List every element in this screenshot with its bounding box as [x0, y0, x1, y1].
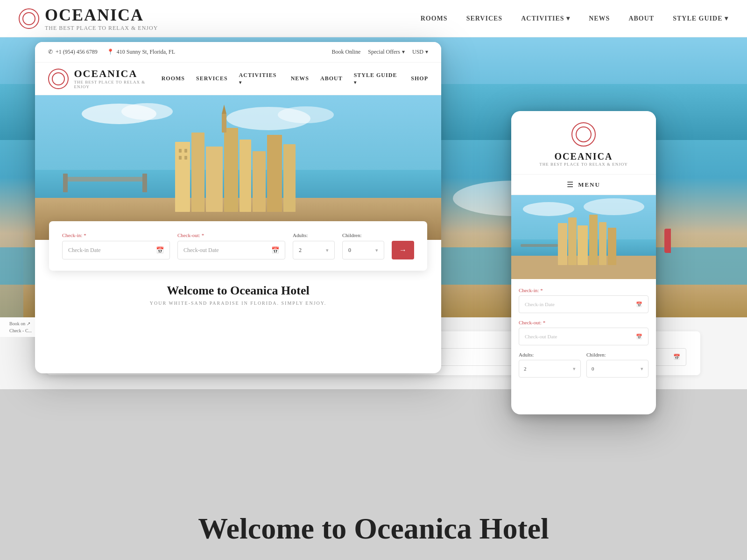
mobile-booking-form: Check-in: * Check-in Date 📅 Check-out: *…	[511, 279, 656, 386]
special-offers-dropdown[interactable]: Special Offers ▾	[368, 49, 405, 56]
logo-inner-circle	[52, 72, 65, 85]
svg-point-16	[121, 103, 173, 120]
logo-text: OCEANICA THE BEST PLACE TO RELAX & ENJOY	[74, 68, 162, 89]
mobile-adults-field: Adults: 2 ▾	[519, 352, 581, 378]
checkin-required: *	[84, 232, 86, 238]
mobile-adults-value: 2	[524, 366, 527, 371]
phone-number: +1 (954) 456 6789	[56, 49, 98, 56]
welcome-title: Welcome to Oceanica Hotel	[48, 284, 428, 298]
svg-rect-30	[267, 135, 282, 212]
checkin-calendar-icon: 📅	[156, 246, 164, 254]
special-offers-label: Special Offers	[368, 49, 400, 56]
svg-point-18	[278, 106, 334, 123]
children-field: Children: 0 ▾	[342, 232, 384, 259]
svg-rect-21	[63, 177, 147, 182]
svg-rect-24	[175, 142, 190, 212]
search-arrow-icon: →	[399, 246, 407, 254]
desktop-booking-form: Check-in: * Check-in Date 📅 Check-out: *…	[49, 221, 427, 271]
desktop-nav: OCEANICA THE BEST PLACE TO RELAX & ENJOY…	[35, 63, 441, 95]
nav-style-guide[interactable]: STYLE GUIDE	[354, 72, 400, 86]
bg-nav-services: SERVICES	[466, 15, 503, 22]
checkin-input[interactable]: Check-in Date 📅	[62, 241, 170, 259]
mobile-children-select[interactable]: 0 ▾	[586, 360, 648, 378]
mobile-brand-name: OCEANICA	[521, 151, 647, 162]
children-select[interactable]: 0 ▾	[342, 241, 384, 259]
nav-rooms[interactable]: ROOMS	[162, 75, 185, 82]
currency-label: USD	[412, 49, 423, 56]
bg-nav-about: ABOUT	[628, 15, 654, 22]
children-value: 0	[348, 247, 351, 254]
mobile-checkin-calendar-icon: 📅	[636, 301, 642, 308]
svg-rect-26	[206, 147, 223, 212]
nav-services[interactable]: SERVICES	[196, 75, 228, 82]
mobile-children-field: Children: 0 ▾	[586, 352, 648, 378]
svg-rect-48	[608, 228, 616, 265]
mobile-checkin-required: *	[540, 287, 543, 293]
adults-label: Adults:	[293, 232, 335, 238]
nav-activities[interactable]: ACTIVITIES	[239, 72, 280, 86]
mobile-checkin-label: Check-in: *	[519, 287, 648, 293]
svg-rect-37	[184, 156, 187, 160]
mobile-children-value: 0	[592, 366, 594, 371]
svg-rect-28	[240, 140, 251, 212]
svg-rect-45	[578, 225, 588, 265]
mobile-menu-label[interactable]: MENU	[578, 181, 600, 189]
phone-icon: ✆	[48, 49, 53, 56]
bg-brand-tagline: THE BEST PLACE TO RELAX & ENJOY	[45, 25, 158, 32]
svg-rect-27	[224, 128, 238, 212]
book-online-link[interactable]: Book Online	[332, 49, 361, 56]
checkout-input[interactable]: Check-out Date 📅	[177, 241, 285, 259]
checkin-label: Check-in: *	[62, 232, 170, 238]
adults-field: Adults: 2 ▾	[293, 232, 335, 259]
currency-chevron: ▾	[425, 49, 428, 56]
mobile-checkin-placeholder: Check-in Date	[525, 301, 555, 307]
location-icon: 📍	[107, 49, 114, 56]
hamburger-icon: ☰	[567, 180, 573, 189]
mobile-adults-chevron: ▾	[573, 366, 576, 372]
children-label: Children:	[342, 232, 384, 238]
checkin-field: Check-in: * Check-in Date 📅	[62, 232, 170, 259]
svg-rect-44	[568, 217, 577, 265]
svg-rect-34	[179, 149, 182, 153]
mobile-checkin-input[interactable]: Check-in Date 📅	[519, 295, 648, 313]
nav-shop[interactable]: SHOP	[411, 75, 428, 82]
svg-point-39	[523, 202, 574, 216]
checkout-field: Check-out: * Check-out Date 📅	[177, 232, 285, 259]
page-bottom-section: Welcome to Oceanica Hotel	[0, 511, 747, 546]
mobile-checkout-input[interactable]: Check-out Date 📅	[519, 328, 648, 345]
svg-rect-36	[179, 156, 182, 160]
checkout-required: *	[202, 232, 204, 238]
bg-left-overlay: Book on ↗ Check - C...	[0, 317, 41, 337]
mobile-adults-select[interactable]: 2 ▾	[519, 360, 581, 378]
brand-tagline: THE BEST PLACE TO RELAX & ENJOY	[74, 80, 162, 89]
adults-select[interactable]: 2 ▾	[293, 241, 335, 259]
svg-rect-43	[558, 223, 567, 265]
nav-news[interactable]: NEWS	[291, 75, 309, 82]
desktop-hero-image	[35, 95, 441, 240]
desktop-hero-svg	[35, 95, 441, 240]
brand-name: OCEANICA	[74, 68, 162, 79]
checkout-label: Check-out: *	[177, 232, 285, 238]
svg-rect-35	[184, 149, 187, 153]
bg-nav-style: STYLE GUIDE ▾	[673, 14, 728, 22]
mobile-hero-image	[511, 195, 656, 279]
desktop-logo: OCEANICA THE BEST PLACE TO RELAX & ENJOY	[48, 68, 162, 89]
mobile-children-label: Children:	[586, 352, 648, 357]
bg-nav-links: ROOMS SERVICES AcTivITIES ▾ NEWS ABOUT S…	[421, 14, 728, 22]
svg-rect-32	[222, 114, 226, 133]
checkin-placeholder: Check-in Date	[68, 247, 101, 254]
bg-logo-icon	[19, 8, 39, 29]
bg-nav-rooms: ROOMS	[421, 15, 448, 22]
currency-dropdown[interactable]: USD ▾	[412, 49, 428, 56]
mobile-logo-icon	[571, 122, 596, 147]
mobile-brand-tagline: THE BEST PLACE TO RELAX & ENJOY	[521, 162, 647, 167]
desktop-search-btn-visible[interactable]	[664, 229, 671, 253]
bg-nav-activities: AcTivITIES ▾	[521, 14, 570, 22]
search-button[interactable]: →	[392, 241, 414, 259]
address-contact: 📍 410 Sunny St, Florida, FL	[107, 49, 175, 56]
nav-about[interactable]: ABOUT	[320, 75, 343, 82]
adults-value: 2	[299, 247, 302, 254]
mobile-hero-svg	[511, 195, 656, 279]
mobile-menu-bar: ☰ MENU	[511, 175, 656, 195]
bg-logo: OCEANICA THE BEST PLACE TO RELAX & ENJOY	[19, 5, 158, 32]
